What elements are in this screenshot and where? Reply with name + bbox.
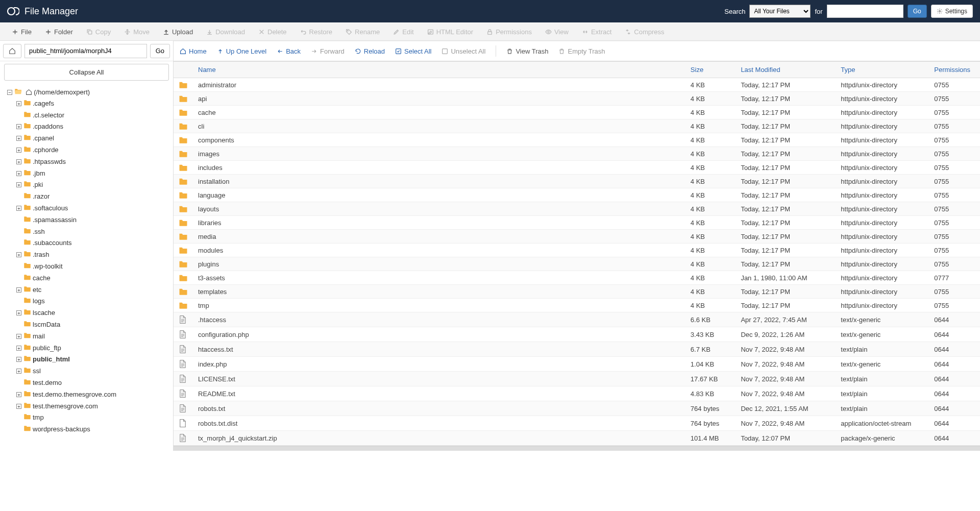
table-row[interactable]: language4 KBToday, 12:17 PMhttpd/unix-di… [174, 188, 980, 202]
tree-item[interactable]: .ssh [16, 226, 173, 238]
table-row[interactable]: images4 KBToday, 12:17 PMhttpd/unix-dire… [174, 147, 980, 161]
expander-icon[interactable]: − [7, 90, 12, 95]
tree-item[interactable]: .wp-toolkit [16, 261, 173, 273]
table-row[interactable]: templates4 KBToday, 12:17 PMhttpd/unix-d… [174, 285, 980, 299]
tree-item[interactable]: +public_html [16, 354, 173, 366]
tree-item[interactable]: logs [16, 296, 173, 307]
col-permissions[interactable]: Permissions [929, 62, 980, 78]
col-name[interactable]: Name [193, 62, 685, 78]
table-row[interactable]: modules4 KBToday, 12:17 PMhttpd/unix-dir… [174, 244, 980, 257]
table-row[interactable]: tx_morph_j4_quickstart.zip101.4 MBToday,… [174, 431, 980, 446]
nav-empty-trash-button[interactable]: Empty Trash [558, 47, 605, 55]
table-row[interactable]: layouts4 KBToday, 12:17 PMhttpd/unix-dir… [174, 202, 980, 216]
tree-item[interactable]: .subaccounts [16, 237, 173, 249]
table-row[interactable]: htaccess.txt6.7 KBNov 7, 2022, 9:48 AMte… [174, 342, 980, 357]
table-row[interactable]: media4 KBToday, 12:17 PMhttpd/unix-direc… [174, 230, 980, 244]
expander-icon[interactable]: + [16, 148, 21, 153]
nav-reload-button[interactable]: Reload [355, 47, 385, 55]
collapse-all-button[interactable]: Collapse All [4, 64, 169, 81]
tree-item[interactable]: +.htpasswds [16, 156, 173, 168]
toolbar-upload-button[interactable]: Upload [156, 23, 200, 40]
tree-item[interactable]: +test.demo.themesgrove.com [16, 389, 173, 401]
nav-forward-button[interactable]: Forward [311, 47, 345, 55]
tree-item[interactable]: .razor [16, 191, 173, 203]
tree-item[interactable]: +.trash [16, 249, 173, 261]
table-row[interactable]: plugins4 KBToday, 12:17 PMhttpd/unix-dir… [174, 257, 980, 271]
expander-icon[interactable]: + [16, 252, 21, 257]
table-row[interactable]: .htaccess6.6 KBApr 27, 2022, 7:45 AMtext… [174, 312, 980, 327]
col-size[interactable]: Size [685, 62, 736, 78]
table-row[interactable]: cache4 KBToday, 12:17 PMhttpd/unix-direc… [174, 106, 980, 119]
search-input[interactable] [827, 5, 903, 18]
toolbar-file-button[interactable]: File [5, 23, 38, 40]
tree-root-item[interactable]: − (/home/demoxpert)+.cagefs.cl.selector+… [7, 87, 173, 436]
table-row[interactable]: robots.txt.dist764 bytesNov 7, 2022, 9:4… [174, 416, 980, 431]
expander-icon[interactable]: + [16, 287, 21, 293]
tree-item[interactable]: +public_ftp [16, 343, 173, 354]
table-row[interactable]: configuration.php3.43 KBDec 9, 2022, 1:2… [174, 327, 980, 342]
expander-icon[interactable]: + [16, 357, 21, 362]
table-row[interactable]: libraries4 KBToday, 12:17 PMhttpd/unix-d… [174, 216, 980, 230]
expander-icon[interactable]: + [16, 206, 21, 211]
tree-item[interactable]: .spamassassin [16, 214, 173, 226]
table-row[interactable]: index.php1.04 KBNov 7, 2022, 9:48 AMtext… [174, 357, 980, 372]
expander-icon[interactable]: + [16, 101, 21, 106]
col-modified[interactable]: Last Modified [736, 62, 836, 78]
table-row[interactable]: administrator4 KBToday, 12:17 PMhttpd/un… [174, 78, 980, 92]
tree-item[interactable]: +mail [16, 331, 173, 343]
table-row[interactable]: cli4 KBToday, 12:17 PMhttpd/unix-directo… [174, 119, 980, 133]
nav-back-button[interactable]: Back [277, 47, 301, 55]
nav-unselect-all-button[interactable]: Unselect All [442, 47, 485, 55]
table-row[interactable]: t3-assets4 KBJan 1, 1980, 11:00 AMhttpd/… [174, 271, 980, 285]
tree-item[interactable]: cache [16, 273, 173, 284]
expander-icon[interactable]: + [16, 369, 21, 374]
path-go-button[interactable]: Go [150, 44, 170, 58]
search-scope-select[interactable]: All Your Files [749, 5, 811, 18]
tree-item[interactable]: +etc [16, 284, 173, 296]
expander-icon[interactable]: + [16, 404, 21, 409]
col-icon[interactable] [174, 62, 193, 78]
search-go-button[interactable]: Go [908, 5, 927, 18]
tree-item[interactable]: +lscache [16, 307, 173, 319]
tree-item[interactable]: +ssl [16, 366, 173, 377]
expander-icon[interactable]: + [16, 182, 21, 187]
tree-item[interactable]: .cl.selector [16, 110, 173, 121]
tree-item[interactable]: tmp [16, 412, 173, 424]
table-row[interactable]: tmp4 KBToday, 12:17 PMhttpd/unix-directo… [174, 299, 980, 312]
table-row[interactable]: README.txt4.83 KBNov 7, 2022, 9:48 AMtex… [174, 386, 980, 401]
nav-select-all-button[interactable]: Select All [395, 47, 431, 55]
table-row[interactable]: installation4 KBToday, 12:17 PMhttpd/uni… [174, 175, 980, 188]
expander-icon[interactable]: + [16, 346, 21, 351]
expander-icon[interactable]: + [16, 136, 21, 141]
table-row[interactable]: includes4 KBToday, 12:17 PMhttpd/unix-di… [174, 161, 980, 175]
toolbar-folder-button[interactable]: Folder [38, 23, 80, 40]
settings-button[interactable]: Settings [931, 5, 973, 18]
path-input[interactable] [24, 44, 147, 58]
tree-item[interactable]: wordpress-backups [16, 424, 173, 435]
tree-item[interactable]: test.demo [16, 377, 173, 389]
nav-up-one-level-button[interactable]: Up One Level [217, 47, 267, 55]
col-type[interactable]: Type [836, 62, 929, 78]
tree-item[interactable]: lscmData [16, 319, 173, 331]
expander-icon[interactable]: + [16, 334, 21, 339]
tree-item[interactable]: +.cagefs [16, 98, 173, 110]
expander-icon[interactable]: + [16, 310, 21, 315]
expander-icon[interactable]: + [16, 124, 21, 129]
path-home-button[interactable] [3, 44, 21, 58]
tree-item[interactable]: +.pki [16, 179, 173, 191]
tree-item[interactable]: +.softaculous [16, 203, 173, 214]
table-row[interactable]: robots.txt764 bytesDec 12, 2021, 1:55 AM… [174, 401, 980, 416]
expander-icon[interactable]: + [16, 159, 21, 164]
tree-item[interactable]: +.jbm [16, 168, 173, 180]
nav-home-button[interactable]: Home [180, 47, 207, 55]
expander-icon[interactable]: + [16, 171, 21, 176]
table-row[interactable]: components4 KBToday, 12:17 PMhttpd/unix-… [174, 133, 980, 147]
nav-view-trash-button[interactable]: View Trash [506, 47, 548, 55]
table-row[interactable]: LICENSE.txt17.67 KBNov 7, 2022, 9:48 AMt… [174, 372, 980, 386]
tree-item[interactable]: +test.themesgrove.com [16, 401, 173, 412]
tree-item[interactable]: +.cphorde [16, 144, 173, 156]
tree-item[interactable]: +.cpaddons [16, 121, 173, 133]
expander-icon[interactable]: + [16, 392, 21, 397]
tree-item[interactable]: +.cpanel [16, 133, 173, 144]
table-row[interactable]: api4 KBToday, 12:17 PMhttpd/unix-directo… [174, 92, 980, 106]
